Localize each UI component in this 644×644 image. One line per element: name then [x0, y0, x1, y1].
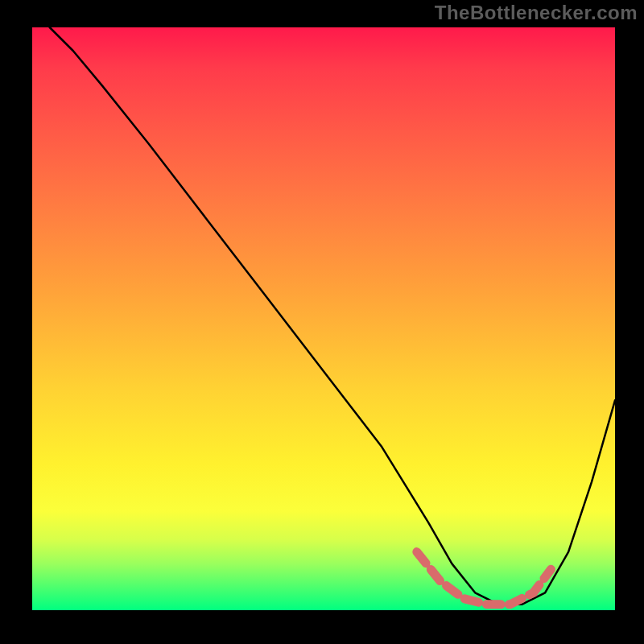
curve-layer	[32, 27, 615, 610]
chart-frame: TheBottlenecker.com	[0, 0, 644, 644]
plot-area	[32, 27, 615, 610]
watermark-label: TheBottlenecker.com	[435, 2, 638, 24]
bottleneck-curve	[50, 27, 615, 605]
